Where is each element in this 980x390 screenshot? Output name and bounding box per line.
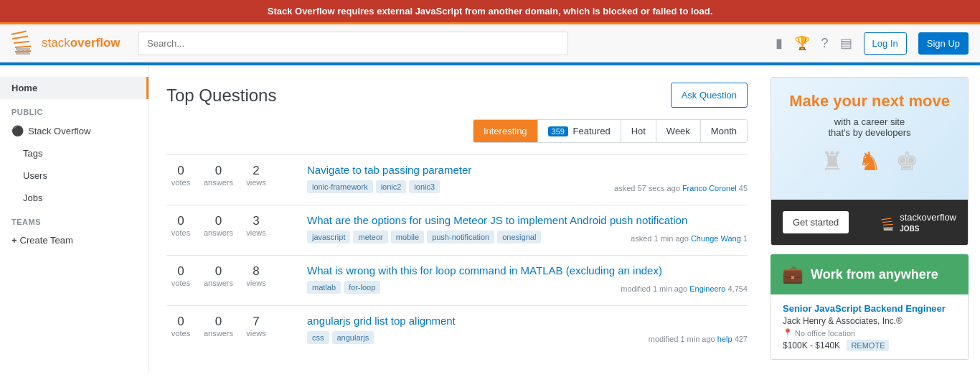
ad-top: Make your next move with a career site t… — [771, 78, 968, 200]
tag[interactable]: css — [307, 331, 329, 344]
sidebar: Home PUBLIC ⚫ Stack Overflow Tags Users … — [0, 65, 149, 373]
tag[interactable]: matlab — [307, 281, 341, 294]
question-user-link[interactable]: Chunge Wang — [691, 234, 741, 243]
chat-icon[interactable]: ▤ — [840, 35, 852, 51]
views-label: views — [246, 329, 266, 338]
sidebar-create-team[interactable]: + Create Team — [0, 229, 149, 251]
ad-subtitle: with a career site that's by developers — [786, 116, 953, 138]
votes-count: 0 — [177, 164, 184, 178]
table-row: 0 votes 0 answers 3 views What are the o… — [166, 205, 748, 255]
featured-badge: 359 — [548, 126, 568, 136]
table-row: 0 votes 0 answers 7 views angularjs grid… — [166, 305, 748, 356]
page-title: Top Questions — [166, 85, 276, 106]
question-title[interactable]: angularjs grid list top alignment — [307, 315, 748, 327]
help-icon[interactable]: ? — [821, 36, 829, 51]
question-user-link[interactable]: Franco Coronel — [682, 184, 737, 192]
tags-meta-row: css angularjs modified 1 min ago help 42… — [307, 331, 748, 347]
tab-interesting[interactable]: Interesting — [473, 120, 538, 142]
chess-king-icon: ♚ — [895, 147, 918, 177]
question-meta: asked 57 secs ago Franco Coronel 45 — [614, 184, 748, 192]
votes-label: votes — [171, 329, 190, 338]
views-stat: 2 views — [242, 164, 270, 187]
table-row: 0 votes 0 answers 2 views Navigate to ta… — [166, 154, 748, 205]
sidebar-item-jobs[interactable]: Jobs — [0, 187, 149, 209]
location-pin-icon: 📍 — [783, 328, 793, 338]
tags-meta-row: matlab for-loop modified 1 min ago Engin… — [307, 281, 748, 297]
search-input[interactable] — [138, 32, 568, 55]
tag[interactable]: javascript — [307, 231, 350, 243]
tab-month[interactable]: Month — [701, 120, 747, 142]
signup-button[interactable]: Sign Up — [918, 32, 969, 55]
votes-count: 0 — [177, 264, 184, 279]
svg-rect-15 — [884, 228, 893, 231]
ask-question-button[interactable]: Ask Question — [671, 83, 748, 108]
sidebar-jobs-label: Jobs — [23, 192, 42, 203]
question-meta: modified 1 min ago help 427 — [649, 335, 748, 343]
answers-count: 0 — [215, 164, 222, 178]
header-nav: ▮ 🏆 ? ▤ Log In Sign Up — [776, 32, 969, 55]
tag[interactable]: ionic3 — [409, 180, 440, 193]
question-user-link[interactable]: Engineero — [689, 284, 725, 293]
search-container — [138, 32, 568, 55]
ad-title: Make your next move — [786, 92, 953, 111]
job-title[interactable]: Senior JavaScript Backend Engineer — [783, 303, 956, 314]
tab-hot[interactable]: Hot — [621, 120, 656, 142]
tag[interactable]: angularjs — [332, 331, 374, 344]
briefcase-icon: 💼 — [782, 264, 804, 284]
remote-badge: REMOTE — [847, 340, 889, 351]
question-stats: 0 votes 0 answers 7 views — [166, 315, 296, 338]
ad-box: Make your next move with a career site t… — [771, 77, 969, 246]
views-count: 2 — [253, 164, 259, 178]
plus-icon: + — [11, 235, 17, 246]
filter-tabs: Interesting 359 Featured Hot Week Month — [473, 119, 748, 143]
question-stats: 0 votes 0 answers 8 views — [166, 264, 296, 287]
question-content: Navigate to tab passing parameter ionic-… — [307, 164, 748, 196]
votes-stat: 0 votes — [166, 315, 195, 338]
question-stats: 0 votes 0 answers 3 views — [166, 214, 296, 237]
question-user-link[interactable]: help — [717, 335, 732, 343]
question-stats: 0 votes 0 answers 2 views — [166, 164, 296, 187]
tag[interactable]: meteor — [353, 231, 387, 243]
tags-row: ionic-framework ionic2 ionic3 — [307, 180, 440, 193]
get-started-button[interactable]: Get started — [783, 211, 849, 233]
header: stackoverflow ▮ 🏆 ? ▤ Log In Sign Up — [0, 22, 980, 62]
views-stat: 3 views — [242, 214, 270, 237]
tag[interactable]: mobile — [391, 231, 424, 243]
answers-stat: 0 answers — [204, 315, 233, 338]
sidebar-item-home[interactable]: Home — [0, 77, 149, 99]
inbox-icon[interactable]: ▮ — [776, 35, 783, 51]
svg-rect-10 — [11, 30, 27, 35]
question-title[interactable]: Navigate to tab passing parameter — [307, 164, 748, 176]
answers-count: 0 — [215, 264, 222, 279]
views-stat: 7 views — [242, 315, 270, 338]
sidebar-item-stackoverflow[interactable]: ⚫ Stack Overflow — [0, 119, 149, 142]
tab-week[interactable]: Week — [656, 120, 701, 142]
sidebar-item-users[interactable]: Users — [0, 164, 149, 187]
views-count: 7 — [253, 315, 259, 329]
sidebar-item-tags[interactable]: Tags — [0, 142, 149, 164]
tag[interactable]: ionic-framework — [307, 180, 373, 193]
sidebar-section-public: PUBLIC — [0, 99, 149, 119]
question-content: What is wrong with this for loop command… — [307, 264, 748, 297]
chess-rook-icon: ♜ — [821, 147, 844, 177]
tag[interactable]: onesignal — [497, 231, 541, 243]
job-salary: $100K - $140K REMOTE — [783, 340, 956, 350]
tag[interactable]: for-loop — [344, 281, 380, 294]
sidebar-users-label: Users — [23, 170, 47, 181]
table-row: 0 votes 0 answers 8 views What is wrong … — [166, 255, 748, 305]
logo[interactable]: stackoverflow — [11, 30, 126, 57]
tag[interactable]: push-notification — [427, 231, 494, 243]
sidebar-section-teams: TEAMS — [0, 209, 149, 229]
question-title[interactable]: What are the options for using Meteor JS… — [307, 214, 748, 226]
main-content: Top Questions Ask Question Interesting 3… — [149, 65, 765, 373]
login-button[interactable]: Log In — [864, 32, 907, 55]
achievements-icon[interactable]: 🏆 — [794, 35, 810, 51]
question-meta: asked 1 min ago Chunge Wang 1 — [631, 234, 748, 243]
sidebar-home-label: Home — [11, 83, 37, 93]
svg-rect-14 — [882, 218, 892, 220]
tab-featured[interactable]: 359 Featured — [538, 120, 621, 142]
views-count: 3 — [253, 214, 259, 228]
chess-figures: ♜ ♞ ♚ — [786, 147, 953, 177]
tag[interactable]: ionic2 — [376, 180, 407, 193]
question-title[interactable]: What is wrong with this for loop command… — [307, 264, 748, 277]
